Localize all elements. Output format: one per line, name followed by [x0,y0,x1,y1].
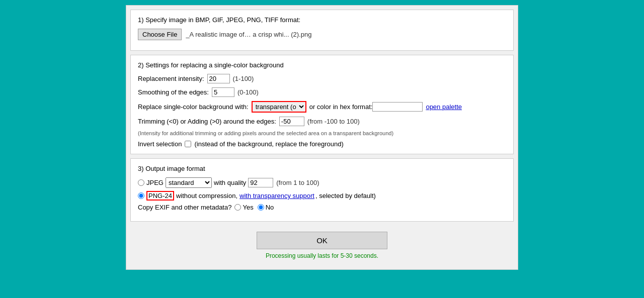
png-suffix: , selected by default) [315,192,376,200]
jpeg-row: JPEG standard progressive with quality (… [138,177,506,188]
jpeg-radio[interactable] [138,179,144,186]
png-row: PNG-24 without compression, with transpa… [138,191,506,201]
open-palette-link[interactable]: open palette [426,103,462,111]
replace-label: Replace single-color background with: [138,103,249,111]
invert-label: Invert selection [138,140,182,148]
trimming-label: Trimming (<0) or Adding (>0) around the … [138,118,276,125]
exif-yes-radio[interactable] [234,204,241,211]
trimming-row: Trimming (<0) or Adding (>0) around the … [138,117,506,126]
smoothing-row: Smoothing of the edges: (0-100) [138,87,506,97]
file-name-display: _A realistic image of… a crisp whi... (2… [186,31,311,38]
png-radio[interactable] [138,192,144,199]
no-label: No [266,204,274,211]
section-1-title: 1) Specify image in BMP, GIF, JPEG, PNG,… [138,16,506,24]
exif-row: Copy EXIF and other metadata? Yes No [138,204,506,211]
jpeg-standard-select[interactable]: standard progressive [166,177,212,188]
section-1: 1) Specify image in BMP, GIF, JPEG, PNG,… [130,10,514,51]
jpeg-quality-prefix: with quality [214,179,246,186]
intensity-input[interactable] [207,74,230,83]
png-label: PNG-24 [146,191,174,201]
intensity-range: (1-100) [233,75,254,82]
choose-file-button[interactable]: Choose File [138,29,182,40]
png-desc: without compression, [176,192,237,200]
transparency-link[interactable]: with transparency support [239,192,314,200]
hex-color-input[interactable] [372,102,423,112]
smoothing-label: Smoothing of the edges: [138,88,209,96]
processing-text: Processing usually lasts for 5-30 second… [266,252,378,259]
trimming-hint: (Intensity for additional trimming or ad… [138,130,506,136]
exif-no-radio[interactable] [258,204,264,211]
jpeg-range: (from 1 to 100) [276,179,319,186]
section-1-title-text: Specify image in BMP, GIF, JPEG, PNG, TI… [145,16,300,24]
trimming-input[interactable] [279,117,304,126]
invert-row: Invert selection (instead of the backgro… [138,140,506,148]
ok-section: OK Processing usually lasts for 5-30 sec… [130,226,514,265]
intensity-row: Replacement intensity: (1-100) [138,74,506,83]
jpeg-quality-input[interactable] [248,178,273,187]
exif-label: Copy EXIF and other metadata? [138,204,231,211]
section-3: 3) Output image format JPEG standard pro… [130,158,514,222]
hex-label: or color in hex format: [309,103,373,111]
yes-label: Yes [243,204,253,211]
invert-checkbox[interactable] [185,141,191,147]
intensity-label: Replacement intensity: [138,75,204,82]
jpeg-label: JPEG [146,179,164,186]
invert-hint: (instead of the background, replace the … [194,140,343,148]
section-2: 2) Settings for replacing a single-color… [130,55,514,154]
file-row: Choose File _A realistic image of… a cri… [138,29,506,40]
main-container: 1) Specify image in BMP, GIF, JPEG, PNG,… [126,5,518,270]
section-3-num: 3) [138,165,144,172]
section-3-title-text: Output image format [145,165,205,172]
replace-select[interactable]: transparent (o white black custom color [252,101,306,113]
trimming-range: (from -100 to 100) [307,118,360,125]
replace-row: Replace single-color background with: tr… [138,101,506,113]
section-2-title-text: Settings for replacing a single-color ba… [145,61,284,69]
section-3-title: 3) Output image format [138,165,506,172]
section-1-num: 1) [138,16,144,24]
ok-button[interactable]: OK [257,232,387,249]
section-2-title: 2) Settings for replacing a single-color… [138,61,506,69]
section-2-num: 2) [138,61,144,69]
smoothing-range: (0-100) [237,88,259,96]
smoothing-input[interactable] [212,87,234,97]
